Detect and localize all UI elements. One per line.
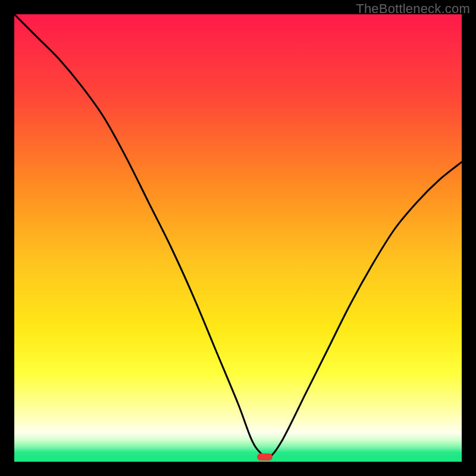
plot-area: [14, 14, 462, 462]
watermark-text: TheBottleneck.com: [356, 1, 470, 17]
bottleneck-curve: [14, 14, 462, 462]
optimal-marker: [257, 453, 273, 461]
chart-frame: TheBottleneck.com: [0, 0, 476, 476]
